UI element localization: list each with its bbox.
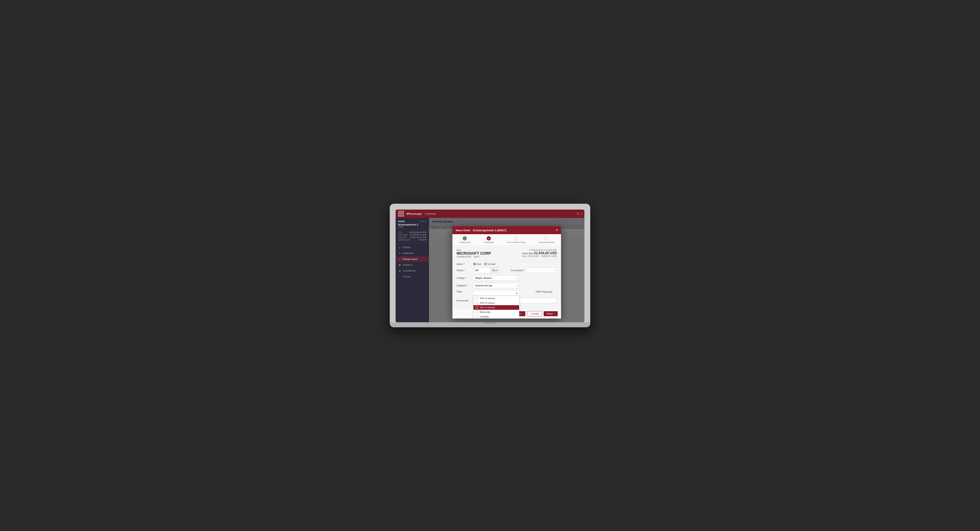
flags-checkbox-33pct [476, 306, 478, 309]
kommentar-label: Kommentar [457, 299, 471, 302]
limittyp-value: Billigst / Bestens [475, 277, 492, 279]
stuecke-input-wrapper: Stk ▾ [473, 267, 499, 273]
portfolio-icon: ◎ [398, 246, 401, 249]
sidebar-item-transaktionen[interactable]: ▤ Transaktionen [396, 268, 429, 274]
next-button[interactable]: Weiter › [544, 311, 558, 316]
order-wert-value: 21.634,00 USD [534, 251, 557, 255]
step-assetauswahl: ✓ Assetauswahl [459, 236, 471, 243]
form-row-aktion: Aktion * Kauf [457, 263, 557, 265]
radio-verkauf-label: Verkauf [488, 263, 495, 265]
sidebar-item-geldkonten[interactable]: $ Geldkonten [396, 250, 429, 256]
stat-wild-label: Wild Cash [398, 236, 407, 238]
aktion-label: Aktion * [457, 263, 471, 265]
counterpart-select[interactable]: ▾ [527, 268, 557, 273]
radio-kauf[interactable]: Kauf [473, 263, 481, 265]
flags-option-label-blockorder: Blockorder [480, 311, 491, 313]
pre-investment-policy-arrow: › [522, 312, 523, 315]
radio-verkauf[interactable]: Verkauf [484, 263, 495, 265]
sidebar-item-label-pretrade: Pretrade Queue [403, 258, 417, 260]
asset-order-wert: Order Wert 21.634,00 USD [522, 251, 557, 255]
sidebar-fund-id: 65517 [398, 226, 426, 228]
refresh-icon[interactable]: ↺ [577, 212, 579, 216]
radio-kauf-label: Kauf [477, 263, 481, 265]
sidebar-stats: NAV 100.000.000,00 EUR Bank Saldo 19.543… [396, 230, 429, 243]
flags-option-label-33pct: 33% of volume [480, 306, 495, 309]
form-row-flags: Flags ▾ [457, 290, 557, 296]
next-label: Weiter [547, 312, 553, 315]
modal-title: Neue Order Schulungsfonds 3 (65517) [456, 229, 506, 232]
pretrade-icon: + [398, 258, 401, 260]
step-pre-investment: ⚙ Pre-Investment Policy [507, 236, 525, 243]
order-wert-label: Order Wert [522, 252, 534, 255]
step-assetauswahl-label: Assetauswahl [459, 241, 471, 243]
back-button[interactable]: ‹ Zurück [527, 311, 542, 316]
sidebar-account-label: Konto [398, 220, 405, 222]
flags-checkbox-25pct [476, 302, 478, 304]
sidebar-item-orderbuch[interactable]: ▦ Orderbuch [396, 262, 429, 268]
asset-kurs: Kurs: 216,34 USD USD/EUR: 0,825 [522, 255, 557, 257]
aktion-control: Kauf Verkauf [473, 263, 557, 265]
flags-option-10pct[interactable]: 10% of volume [474, 296, 519, 301]
flags-option-33pct[interactable]: 33% of volume [474, 305, 519, 310]
asset-name: MICROSOFT CORP [457, 251, 491, 256]
stat-queue-value: 0,00 EUR [418, 239, 426, 241]
asset-isin: US5949181045 · MSFT [457, 256, 491, 258]
laptop-base [390, 322, 590, 327]
step-orderdetails-label: Orderdetails [484, 241, 494, 243]
sidebar-header: Konto ◄ 1/6 ► Schulungsfonds 3 65517 [396, 218, 429, 230]
flags-checkbox-10pct [476, 297, 478, 300]
sidebar-item-unit-flow[interactable]: ↗ Unit flow [396, 274, 429, 279]
stepper: ✓ Assetauswahl ● Orderdetails ⚙ Pre-Inve… [452, 234, 561, 246]
laptop-screen: IPConcept < Startseite ↺ i Konto ◄ 1/6 ► [396, 209, 584, 322]
back-arrow: ‹ [530, 312, 531, 315]
stuecke-label: Stücke * [457, 269, 471, 271]
priip-checkbox[interactable] [554, 290, 557, 293]
modal-header: Neue Order Schulungsfonds 3 (65517) × [452, 226, 561, 234]
transaktionen-icon: ▤ [398, 269, 401, 272]
flags-option-25pct[interactable]: 25% of volume [474, 301, 519, 305]
sidebar-nav: ◎ Portfolio $ Geldkonten + Pretrade Queu… [396, 243, 429, 281]
laptop-shell: IPConcept < Startseite ↺ i Konto ◄ 1/6 ► [390, 204, 590, 327]
step-orderdetails-icon: ● [487, 236, 491, 241]
priip-label: PRIIP Reporting [536, 290, 552, 293]
flags-option-carefully[interactable]: Carefully [474, 314, 519, 319]
limittyp-select[interactable]: Billigst / Bestens ▾ [473, 275, 519, 281]
stuecke-input[interactable] [474, 268, 490, 273]
unit-flow-icon: ↗ [398, 275, 401, 278]
limittyp-control: Billigst / Bestens ▾ [473, 275, 557, 281]
counterpart-label: Counterpart * [506, 269, 525, 271]
stat-nav-value: 100.000.000,00 EUR [409, 231, 426, 233]
stat-nav: NAV 100.000.000,00 EUR [398, 231, 426, 233]
breadcrumb[interactable]: < Startseite [424, 212, 436, 215]
sidebar-item-label-unit-flow: Unit flow [403, 276, 410, 278]
modal-body: Aktie MICROSOFT CORP US5949181045 · MSFT [452, 246, 561, 309]
flags-chevron: ▾ [516, 292, 517, 295]
stat-wild-cash: Wild Cash 19.543.097,47 EUR [398, 236, 426, 238]
flags-option-blockorder[interactable]: Blockorder [474, 310, 519, 314]
step-pre-investment-label: Pre-Investment Policy [507, 241, 525, 243]
gueltigkeit-value: Good for the day [475, 284, 492, 287]
flags-select-box[interactable]: ▾ [473, 290, 519, 296]
user-icon[interactable]: i [581, 212, 582, 216]
sidebar-item-label-portfolio: Portfolio [403, 246, 410, 249]
step-orderdetails: ● Orderdetails [484, 236, 494, 243]
sidebar-account-nav[interactable]: ◄ 1/6 ► [419, 220, 426, 222]
sidebar-item-portfolio[interactable]: ◎ Portfolio [396, 244, 429, 250]
app-logo: IPConcept [406, 212, 422, 216]
flags-option-label-10pct: 10% of volume [480, 297, 495, 300]
radio-verkauf-dot [484, 263, 487, 265]
stat-queue-label: Queuing Cash [398, 239, 410, 241]
top-bar: IPConcept < Startseite ↺ i [396, 209, 584, 218]
stat-nav-label: NAV [398, 231, 402, 233]
stat-bank-value: 19.543.097,47 EUR [410, 234, 426, 236]
asset-nav: 17.848,05 EUR ≙ 0,02% NAV [522, 249, 557, 251]
sidebar-item-pretrade-queue[interactable]: + Pretrade Queue [396, 256, 429, 262]
gueltigkeit-select[interactable]: Good for the day ▾ [473, 283, 519, 288]
top-bar-actions: ↺ i [577, 212, 582, 216]
flags-dropdown-menu: 10% of volume 25% of volume [473, 296, 519, 319]
gueltigkeit-chevron: ▾ [517, 285, 517, 287]
modal-close-button[interactable]: × [556, 228, 558, 232]
sidebar: Konto ◄ 1/6 ► Schulungsfonds 3 65517 NAV… [396, 218, 429, 322]
limittyp-chevron: ▾ [517, 277, 517, 279]
stat-bank-saldo: Bank Saldo 19.543.097,47 EUR [398, 234, 426, 236]
